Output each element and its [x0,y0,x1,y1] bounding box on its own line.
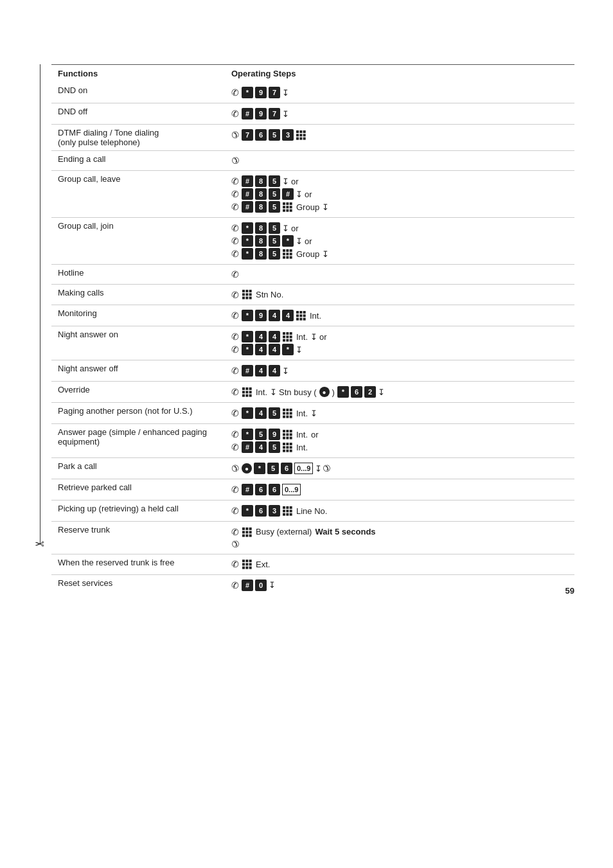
svg-rect-40 [299,314,302,317]
svg-rect-19 [286,249,289,252]
op-text: or [305,236,312,246]
svg-rect-34 [245,297,248,299]
svg-rect-38 [303,311,306,314]
op-row: ✆#97↧ [231,108,568,120]
op-row: ✆●*560...9↧✆ [231,463,568,474]
op-text: Group [296,202,319,212]
svg-rect-101 [249,527,252,530]
svg-rect-27 [242,290,245,292]
op-row: ✆Busy (external)Wait 5 seconds [231,526,568,537]
function-cell: Answer page (simple / enhanced paging eq… [51,424,225,458]
function-cell: When the reserved trunk is free [51,554,225,574]
svg-rect-57 [242,391,245,393]
phone-icon: ✆ [231,344,239,355]
op-row: ✆*44*↧ [231,344,568,355]
phone-icon: ✆ [231,249,239,259]
key-button: 4 [269,310,280,321]
op-row: ✆ [231,539,568,549]
svg-rect-96 [283,513,285,516]
key-button: # [242,365,253,376]
keypad-grid-icon [283,332,293,342]
key-button: 6 [281,463,292,474]
phone-down-icon: ✆ [231,463,239,474]
svg-rect-22 [286,252,289,255]
svg-rect-53 [290,339,292,342]
function-cell: Picking up (retrieving) a held call [51,500,225,522]
svg-rect-31 [245,294,248,296]
key-button: 4 [255,407,267,419]
key-button: # [242,580,253,591]
op-text: or [305,190,312,199]
keypad-grid-icon [283,429,293,440]
table-row: Night answer on✆*44Int.↧or✆*44*↧ [51,326,574,360]
operation-cell: ✆Busy (external)Wait 5 seconds✆ [225,522,574,554]
key-button: # [242,188,253,200]
svg-rect-80 [290,437,292,439]
svg-rect-17 [290,209,292,211]
enter-icon: ↧ [296,345,303,355]
main-table: Functions Operating Steps DND on✆*97↧DND… [51,64,574,596]
operation-cell: ✆*85↧or✆*85*↧or✆*85Group↧ [225,218,574,265]
key-button: 5 [267,463,279,474]
svg-rect-73 [286,430,289,432]
svg-rect-67 [286,412,289,414]
svg-rect-13 [286,206,289,208]
op-text: Int. [296,409,308,418]
svg-rect-82 [286,443,289,445]
function-cell: Override [51,382,225,403]
phone-icon: ✆ [231,559,239,569]
op-text: Int. [256,387,267,397]
svg-rect-54 [242,387,245,390]
key-button: 4 [255,331,267,342]
key-button: 6 [351,386,362,398]
svg-rect-24 [283,256,285,258]
key-button: 4 [269,331,280,342]
svg-rect-3 [296,134,299,136]
svg-rect-18 [283,249,285,252]
table-row: DND off✆#97↧ [51,103,574,125]
key-button: 6 [269,484,280,495]
enter-icon: ↧ [270,387,277,397]
svg-rect-16 [286,209,289,211]
op-text: Int. [296,443,308,452]
function-cell: Hotline [51,265,225,285]
function-cell: DND off [51,103,225,125]
key-button: 5 [269,129,280,141]
key-button: 4 [255,365,267,376]
svg-rect-83 [290,443,292,445]
svg-rect-89 [290,450,292,452]
svg-rect-51 [283,339,285,342]
op-row: ✆ [231,155,568,166]
key-button: 3 [269,505,280,517]
svg-rect-32 [249,294,252,296]
function-cell: Group call, leave [51,171,225,218]
table-row: Retrieve parked call✆#660...9 [51,479,574,500]
key-button: * [242,505,253,517]
key-button: 5 [269,175,280,187]
operation-cell: ✆7653 [225,125,574,151]
phone-icon: ✆ [231,580,239,590]
phone-icon: ✆ [231,223,239,233]
op-row: ✆7653 [231,129,568,141]
svg-rect-100 [245,527,248,530]
keypad-grid-icon [283,506,293,517]
svg-rect-111 [242,563,245,565]
table-row: Group call, leave✆#85↧or✆#85#↧or✆#85Grou… [51,171,574,218]
svg-rect-99 [242,527,245,530]
svg-rect-63 [283,409,285,411]
key-button: 5 [255,429,267,440]
svg-rect-62 [249,394,252,397]
operation-cell: ✆#44↧ [225,360,574,382]
key-button: 9 [255,310,267,321]
keypad-grid-icon [283,408,293,419]
key-button: 8 [255,248,267,260]
op-row: ✆*45Int.↧ [231,407,568,419]
function-cell: Making calls [51,285,225,305]
svg-rect-46 [286,332,289,335]
key-button: 7 [269,87,280,98]
table-row: Monitoring✆*944Int. [51,305,574,326]
op-row: ✆*97↧ [231,87,568,98]
svg-rect-104 [249,531,252,533]
phone-icon: ✆ [231,387,239,397]
svg-rect-66 [283,412,285,414]
